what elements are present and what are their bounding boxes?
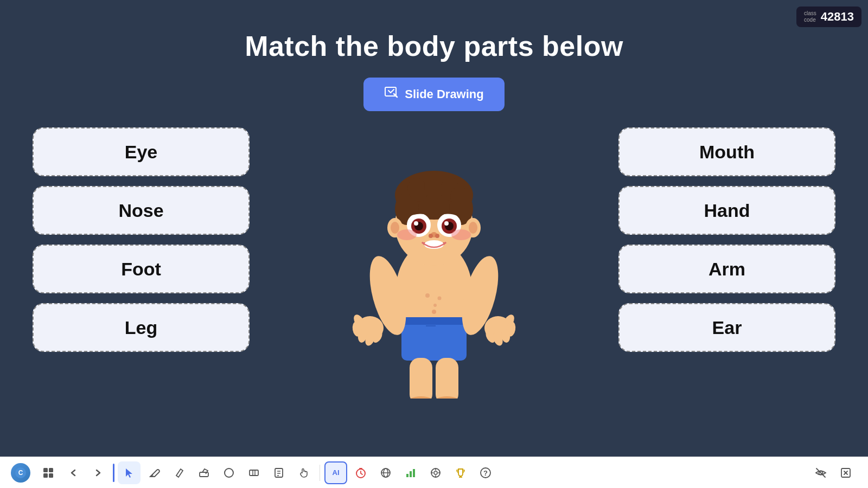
active-indicator [113,464,114,482]
svg-text:?: ? [483,469,488,477]
timer-icon[interactable] [349,461,372,484]
chart-icon[interactable] [399,461,422,484]
svg-rect-68 [410,471,412,477]
class-code-badge: class code 42813 [796,7,861,27]
word-card-nose[interactable]: Nose [33,186,250,235]
forward-icon[interactable] [87,461,110,484]
class-code-label: class code [804,10,816,23]
word-card-eye[interactable]: Eye [33,127,250,176]
svg-rect-49 [410,358,432,399]
svg-rect-50 [436,358,458,399]
toolbar-right [809,461,857,484]
svg-point-61 [225,468,233,477]
circle-icon[interactable] [218,461,240,484]
trophy-icon[interactable] [449,461,472,484]
wheel-icon[interactable] [424,461,447,484]
toolbar: C AI [0,457,868,488]
word-card-mouth[interactable]: Mouth [618,127,835,176]
class-code-number: 42813 [821,10,854,24]
svg-point-30 [435,234,439,238]
svg-rect-4 [426,325,436,326]
highlighter-icon[interactable] [168,461,190,484]
cursor-icon[interactable] [118,461,141,484]
textbox-icon[interactable] [242,461,265,484]
svg-point-24 [414,221,418,226]
svg-point-25 [444,221,449,226]
svg-rect-62 [250,470,258,476]
svg-rect-57 [49,468,53,472]
svg-point-11 [424,172,444,200]
back-icon[interactable] [62,461,85,484]
svg-rect-56 [43,468,48,472]
help-icon[interactable]: ? [474,461,497,484]
svg-rect-60 [200,472,208,477]
svg-rect-59 [49,473,53,478]
character-illustration [331,117,537,399]
svg-rect-67 [406,474,409,477]
svg-point-46 [425,293,430,298]
left-word-column: Eye Nose Foot Leg [33,122,250,352]
word-card-foot[interactable]: Foot [33,245,250,293]
hide-icon[interactable] [809,461,832,484]
separator-1 [320,465,320,481]
classpoint-logo[interactable]: C [11,463,30,483]
svg-point-17 [469,222,477,234]
svg-point-48 [433,304,437,307]
pen-icon[interactable] [143,461,165,484]
globe-icon[interactable] [374,461,397,484]
grid-icon[interactable] [37,461,60,484]
svg-point-27 [451,229,471,240]
svg-point-16 [391,222,399,234]
svg-point-71 [434,471,437,474]
character-area [250,122,618,399]
page-title: Match the body parts below [0,0,868,62]
note-icon[interactable] [267,461,290,484]
grab-icon[interactable] [292,461,315,484]
ai-icon[interactable]: AI [324,461,347,484]
slide-drawing-label: Slide Drawing [405,87,483,101]
svg-text:C: C [18,469,23,477]
word-card-arm[interactable]: Arm [618,245,835,293]
svg-point-53 [432,310,436,314]
close-icon[interactable] [834,461,857,484]
slide-drawing-icon [384,85,399,104]
svg-rect-3 [401,317,467,325]
svg-point-47 [438,297,442,300]
svg-point-29 [429,234,433,238]
eraser-icon[interactable] [193,461,215,484]
word-card-leg[interactable]: Leg [33,303,250,352]
word-card-ear[interactable]: Ear [618,303,835,352]
svg-rect-69 [413,469,415,477]
word-card-hand[interactable]: Hand [618,186,835,235]
slide-drawing-button[interactable]: Slide Drawing [363,78,505,111]
content-area: Eye Nose Foot Leg [0,111,868,399]
svg-point-26 [397,229,417,240]
svg-rect-58 [43,473,48,478]
right-word-column: Mouth Hand Arm Ear [618,122,835,352]
